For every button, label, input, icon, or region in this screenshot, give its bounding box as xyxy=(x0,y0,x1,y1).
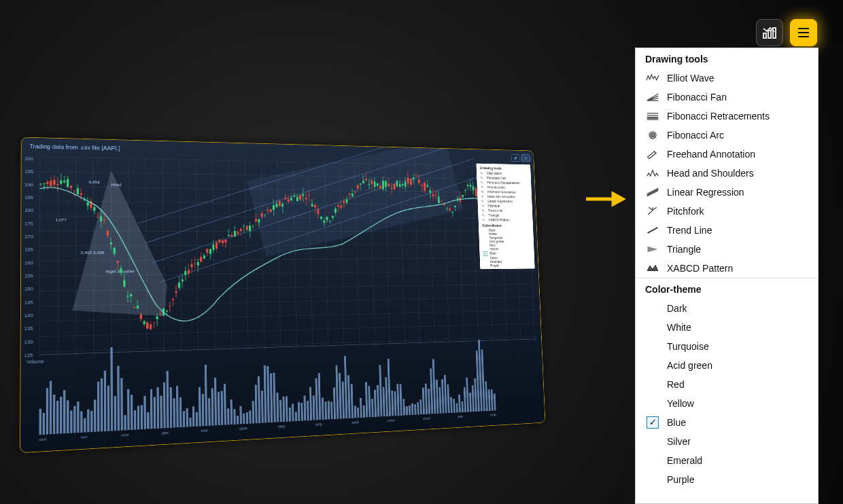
theme-silver[interactable]: Silver xyxy=(636,432,818,451)
theme-turquoise[interactable]: Turquoise xyxy=(636,337,818,356)
svg-rect-19 xyxy=(516,156,517,159)
theme-yellow[interactable]: Yellow xyxy=(636,394,818,413)
svg-point-11 xyxy=(651,133,655,137)
tool-label: Pitchfork xyxy=(667,204,704,218)
annotation: Right Shoulder xyxy=(105,269,135,274)
preview-toolbar xyxy=(511,154,530,162)
tool-label: Fibonacci Retracements xyxy=(667,109,770,123)
fibonacci-fan-overlay xyxy=(43,165,175,317)
chart-view-button[interactable] xyxy=(756,19,783,46)
theme-label: Acid green xyxy=(667,359,712,372)
check-icon: ✓ xyxy=(647,416,659,429)
theme-emerald[interactable]: Emerald xyxy=(636,451,818,470)
theme-label: Red xyxy=(667,378,685,391)
svg-rect-0 xyxy=(763,33,766,38)
annotation: 2,415 3,438 xyxy=(81,250,104,255)
y-axis: 2001951901851801751701651601551501451401… xyxy=(24,156,40,359)
tool-fibonacci-retracements[interactable]: Fibonacci Retracements xyxy=(636,107,818,126)
preview-menu-button xyxy=(521,154,530,162)
menu-button[interactable] xyxy=(790,19,817,46)
tool-xabcd-pattern[interactable]: XABCD Pattern xyxy=(636,259,818,278)
tool-fibonacci-arc[interactable]: Fibonacci Arc xyxy=(636,126,818,145)
theme-label: Turquoise xyxy=(667,340,709,353)
trend-line-icon xyxy=(645,224,660,236)
tool-label: Triangle xyxy=(667,242,701,256)
tools-panel: Drawing tools Elliot WaveFibonacci FanFi… xyxy=(635,48,819,504)
theme-purple[interactable]: Purple xyxy=(636,470,818,489)
tool-label: Trend Line xyxy=(667,223,712,237)
fibonacci-arc-icon xyxy=(645,129,660,141)
svg-rect-2 xyxy=(773,28,776,38)
linear-regression-icon xyxy=(645,186,660,198)
tool-elliot-wave[interactable]: Elliot Wave xyxy=(636,69,818,88)
tool-label: Linear Regression xyxy=(667,185,744,199)
tool-label: Fibonacci Fan xyxy=(667,90,727,104)
theme-label: Emerald xyxy=(667,454,702,467)
arrow-icon xyxy=(585,189,627,209)
head-and-shoulders-icon xyxy=(645,167,660,179)
candlesticks xyxy=(39,168,494,350)
triangle-icon xyxy=(645,243,660,255)
tool-label: Freehand Annotation xyxy=(667,147,755,161)
theme-label: Purple xyxy=(667,473,694,486)
theme-label: Blue xyxy=(667,416,686,429)
tool-fibonacci-fan[interactable]: Fibonacci Fan xyxy=(636,88,818,107)
annotation: 1,077 xyxy=(55,217,67,222)
fibonacci-fan-icon xyxy=(645,91,660,103)
theme-label: Yellow xyxy=(667,397,694,410)
xabcd-pattern-icon xyxy=(645,262,660,274)
tool-freehand-annotation[interactable]: Freehand Annotation xyxy=(636,145,818,164)
svg-marker-16 xyxy=(612,192,625,206)
drawing-tools-title: Drawing tools xyxy=(636,48,818,69)
tool-head-and-shoulders[interactable]: Head and Shoulders xyxy=(636,164,818,183)
preview-tools-panel: Drawing tools ∿Elliot Wave∿Fibonacci Fan… xyxy=(476,164,534,270)
hamburger-icon xyxy=(795,24,812,41)
tool-trend-line[interactable]: Trend Line xyxy=(636,221,818,240)
chart-preview: Trading data from .csv file [AAPL] 20019… xyxy=(20,95,585,448)
volume-bars xyxy=(39,348,496,435)
volume-label: Volume xyxy=(27,359,44,365)
theme-label: White xyxy=(667,321,691,334)
tool-label: Fibonacci Arc xyxy=(667,128,724,142)
freehand-annotation-icon xyxy=(645,148,660,160)
svg-line-13 xyxy=(648,228,658,233)
svg-rect-1 xyxy=(768,31,771,38)
svg-point-12 xyxy=(652,134,654,137)
theme-dark[interactable]: Dark xyxy=(636,299,818,318)
svg-rect-17 xyxy=(514,158,515,159)
theme-blue[interactable]: ✓Blue xyxy=(636,413,818,432)
theme-red[interactable]: Red xyxy=(636,375,818,394)
svg-marker-14 xyxy=(648,247,658,252)
theme-label: Silver xyxy=(667,435,691,448)
theme-acid-green[interactable]: Acid green xyxy=(636,356,818,375)
x-axis: сеноктноядекянвфевмарапрмайиюниюлавгсен xyxy=(39,412,496,447)
regression-overlay xyxy=(247,139,464,257)
svg-rect-18 xyxy=(515,157,516,159)
theme-white[interactable]: White xyxy=(636,318,818,337)
moving-average-line xyxy=(39,168,494,350)
pitchfork-icon xyxy=(645,205,660,217)
tool-label: Head and Shoulders xyxy=(667,166,754,180)
tool-linear-regression[interactable]: Linear Regression xyxy=(636,183,818,202)
chart-grid xyxy=(39,156,537,357)
fibonacci-retracements-icon xyxy=(645,110,660,122)
tool-pitchfork[interactable]: Pitchfork xyxy=(636,202,818,221)
theme-label: Dark xyxy=(667,302,687,315)
annotation: 0,654 xyxy=(89,180,100,185)
elliot-wave-icon xyxy=(645,72,660,84)
annotation: Head xyxy=(111,182,121,187)
color-theme-title: Color-theme xyxy=(636,278,818,299)
tool-triangle[interactable]: Triangle xyxy=(636,240,818,259)
chart-title: Trading data from .csv file [AAPL] xyxy=(29,143,120,151)
tool-label: XABCD Pattern xyxy=(667,262,733,275)
trend-channel-overlay xyxy=(138,137,496,337)
tool-label: Elliot Wave xyxy=(667,71,715,85)
chart-icon xyxy=(761,24,778,41)
preview-chart-button xyxy=(511,154,520,162)
